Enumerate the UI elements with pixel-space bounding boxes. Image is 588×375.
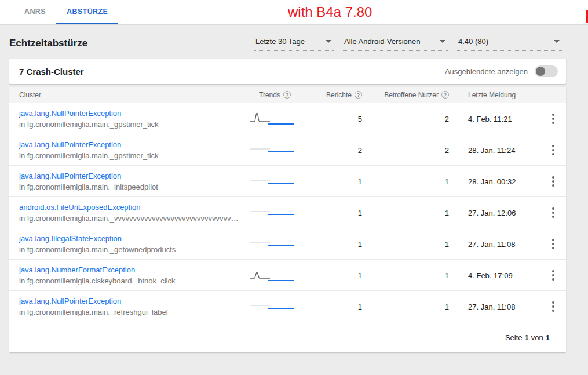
affected-users-count: 1 — [445, 209, 449, 217]
show-hidden-label: Ausgeblendete anzeigen — [445, 67, 528, 76]
toggle-knob-icon — [536, 67, 545, 76]
kebab-menu-icon[interactable] — [549, 268, 558, 283]
crash-cluster-link[interactable]: java.lang.IllegalStateException — [19, 234, 242, 243]
chevron-down-icon — [326, 40, 331, 43]
col-header-users-label: Betroffene Nutzer — [384, 91, 439, 99]
chevron-down-icon — [440, 40, 445, 43]
affected-users-count: 1 — [445, 271, 449, 280]
crash-location: in fg.cronomillemiglia.main._initspeedpi… — [19, 183, 242, 191]
table-row: java.lang.NullPointerException in fg.cro… — [9, 291, 566, 322]
last-report-time: 28. Jan. 11:24 — [468, 146, 515, 155]
table-row: java.lang.NullPointerException in fg.cro… — [9, 103, 566, 134]
trend-sparkline — [249, 174, 304, 189]
reports-count: 2 — [358, 146, 362, 155]
filter-android-version-value: Alle Android-Versionen — [344, 37, 421, 46]
help-icon[interactable]: ? — [355, 91, 362, 99]
affected-users-count: 1 — [445, 303, 449, 311]
last-report-time: 4. Feb. 17:09 — [468, 271, 513, 280]
filter-android-version[interactable]: Alle Android-Versionen — [343, 35, 448, 51]
crash-cluster-link[interactable]: java.lang.NullPointerException — [19, 109, 242, 118]
last-report-time: 27. Jan. 11:08 — [468, 240, 515, 249]
table-row: java.lang.NullPointerException in fg.cro… — [9, 166, 566, 197]
crash-cluster-link[interactable]: android.os.FileUriExposedException — [19, 203, 242, 212]
col-header-reports-label: Berichte — [326, 91, 352, 99]
filter-app-version[interactable]: 4.40 (80) — [457, 35, 562, 51]
reports-count: 1 — [358, 209, 362, 217]
affected-users-count: 1 — [445, 240, 449, 249]
trend-sparkline — [249, 205, 304, 220]
trend-sparkline — [249, 111, 304, 126]
table-row: android.os.FileUriExposedException in fg… — [9, 197, 566, 228]
table-body: java.lang.NullPointerException in fg.cro… — [9, 103, 566, 322]
kebab-menu-icon[interactable] — [549, 111, 558, 126]
reports-count: 5 — [358, 115, 362, 123]
pagination-label: Seite — [505, 333, 523, 342]
pagination: Seite 1 von 1 — [9, 322, 566, 352]
affected-users-count: 2 — [445, 146, 449, 155]
reports-count: 1 — [358, 271, 362, 280]
crash-cluster-link[interactable]: java.lang.NullPointerException — [19, 172, 242, 180]
last-report-time: 27. Jan. 11:08 — [468, 303, 515, 311]
reports-count: 1 — [358, 303, 362, 311]
show-hidden-toggle[interactable] — [535, 65, 558, 77]
crash-location: in fg.cronomillemiglia.main._getownedpro… — [19, 245, 242, 254]
tab-abstuerze[interactable]: ABSTÜRZE — [56, 0, 118, 24]
kebab-menu-icon[interactable] — [549, 143, 558, 158]
col-header-cluster: Cluster — [9, 91, 249, 99]
annotation-text: with B4a 7.80 — [288, 4, 372, 20]
pagination-of-label: von — [531, 333, 543, 342]
col-header-users: Betroffene Nutzer ? — [362, 91, 449, 99]
pagination-current-page: 1 — [525, 333, 529, 342]
last-report-time: 28. Jan. 00:32 — [468, 177, 516, 186]
kebab-menu-icon[interactable] — [549, 236, 558, 252]
crash-location: in fg.cronomillemiglia.main._vvvvvvvvvvv… — [19, 214, 242, 223]
table-row: java.lang.IllegalStateException in fg.cr… — [9, 228, 566, 260]
help-icon[interactable]: ? — [441, 91, 449, 99]
crash-location: in fg.cronomillemiglia.main._gpstimer_ti… — [19, 151, 242, 160]
trend-sparkline — [249, 143, 304, 158]
page-header: Echtzeitabstürze Letzte 30 Tage Alle And… — [9, 35, 562, 51]
trend-sparkline — [249, 268, 304, 283]
affected-users-count: 1 — [445, 177, 449, 186]
cluster-summary-card: 7 Crash-Cluster Ausgeblendete anzeigen — [9, 59, 566, 84]
last-report-time: 27. Jan. 12:06 — [468, 209, 516, 217]
pagination-total-pages: 1 — [546, 333, 550, 342]
crash-cluster-link[interactable]: java.lang.NullPointerException — [19, 297, 242, 305]
kebab-menu-icon[interactable] — [549, 174, 558, 189]
tab-anrs[interactable]: ANRS — [14, 0, 56, 24]
table-row: java.lang.NullPointerException in fg.cro… — [9, 134, 566, 166]
trend-sparkline — [249, 236, 304, 252]
kebab-menu-icon[interactable] — [549, 299, 558, 314]
chevron-down-icon — [554, 40, 560, 43]
crash-location: in fg.cronomillemiglia.main._gpstimer_ti… — [19, 120, 242, 129]
last-report-time: 4. Feb. 11:21 — [468, 115, 512, 123]
trend-sparkline — [249, 299, 304, 314]
col-header-trends: Trends ? — [249, 91, 304, 99]
filter-bar: Letzte 30 Tage Alle Android-Versionen 4.… — [254, 35, 562, 51]
kebab-menu-icon[interactable] — [549, 205, 558, 220]
col-header-reports: Berichte ? — [304, 91, 362, 99]
crash-cluster-link[interactable]: java.lang.NullPointerException — [19, 140, 242, 149]
crash-location: in fg.cronomillemiglia.clskeyboard._btno… — [19, 276, 242, 285]
page-title: Echtzeitabstürze — [9, 38, 254, 49]
col-header-trends-label: Trends — [259, 91, 280, 99]
table-row: java.lang.NumberFormatException in fg.cr… — [9, 260, 566, 291]
affected-users-count: 2 — [445, 115, 449, 123]
show-hidden-control: Ausgeblendete anzeigen — [445, 65, 566, 77]
crash-table-card: Cluster Trends ? Berichte ? Betroffene N… — [9, 87, 566, 352]
help-icon[interactable]: ? — [283, 91, 291, 99]
reports-count: 1 — [358, 177, 362, 186]
table-header-row: Cluster Trends ? Berichte ? Betroffene N… — [9, 87, 566, 103]
red-mark — [586, 10, 588, 23]
top-tab-bar: ANRS ABSTÜRZE with B4a 7.80 — [0, 0, 588, 25]
filter-date-range[interactable]: Letzte 30 Tage — [254, 35, 334, 51]
filter-app-version-value: 4.40 (80) — [458, 37, 488, 46]
cluster-count-title: 7 Crash-Cluster — [9, 67, 445, 77]
col-header-last-report: Letzte Meldung — [449, 91, 540, 99]
crash-location: in fg.cronomillemiglia.main._refreshgui_… — [19, 308, 242, 316]
reports-count: 1 — [358, 240, 362, 249]
filter-date-range-value: Letzte 30 Tage — [255, 37, 305, 46]
crash-cluster-link[interactable]: java.lang.NumberFormatException — [19, 265, 242, 274]
